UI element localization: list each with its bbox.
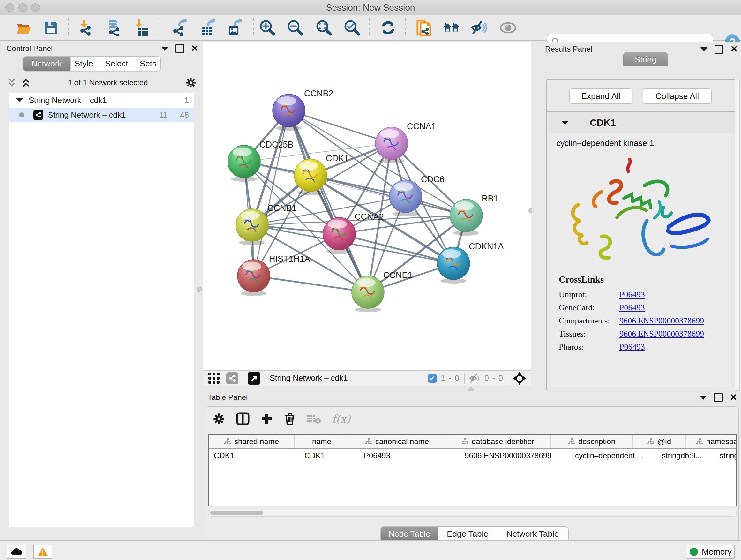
vertical-splitter-handle[interactable] xyxy=(197,287,202,292)
collection-expand-icon[interactable] xyxy=(16,98,23,103)
table-toolbar: f(x) xyxy=(212,411,350,427)
table-cell[interactable]: stringdb:9... xyxy=(657,449,715,462)
node-label: CDC6 xyxy=(421,175,445,184)
panel-menu-icon[interactable] xyxy=(700,395,707,400)
export-image-button[interactable] xyxy=(226,19,242,36)
table-cell[interactable]: CDK1 xyxy=(299,449,359,462)
panel-menu-icon[interactable] xyxy=(161,47,168,51)
hide-views-button[interactable] xyxy=(471,19,488,36)
table-tabs: Node Table Edge Table Network Table xyxy=(381,526,569,542)
network-edge[interactable] xyxy=(254,111,289,276)
table-cell[interactable]: 9606.ENSP00000378699 xyxy=(460,449,570,462)
gear-icon[interactable] xyxy=(185,77,197,88)
network-node[interactable]: CCNB2 xyxy=(273,89,333,131)
column-header-canonical-name[interactable]: canonical name xyxy=(349,435,445,448)
zoom-selected-button[interactable] xyxy=(344,19,360,36)
refresh-button[interactable] xyxy=(380,19,396,36)
memory-button[interactable]: Memory xyxy=(687,545,735,559)
add-column-icon[interactable] xyxy=(260,413,273,425)
tab-string[interactable]: String xyxy=(623,52,668,66)
network-node[interactable]: CDC25B xyxy=(228,140,293,182)
table-cell[interactable]: cyclin–dependent ... xyxy=(570,449,657,462)
tab-style[interactable]: Style xyxy=(70,57,97,71)
panel-close-icon[interactable]: ✕ xyxy=(191,45,199,52)
results-scrollbar[interactable] xyxy=(735,79,740,391)
export-table-button[interactable] xyxy=(199,19,216,36)
table-cell[interactable]: CDK1 xyxy=(209,449,299,462)
network-node[interactable]: CDC6 xyxy=(389,175,445,216)
selected-checkbox-icon[interactable]: ✓ xyxy=(428,374,437,383)
tab-node-table[interactable]: Node Table xyxy=(381,527,438,541)
crosslink-row: Pharos:P06493 xyxy=(559,342,704,352)
crosslink-link[interactable]: P06493 xyxy=(619,290,645,300)
string-document-icon xyxy=(416,19,433,37)
column-header-database-identifier[interactable]: database identifier xyxy=(445,435,551,448)
table-cell[interactable]: stringdb xyxy=(715,449,737,462)
zoom-in-button[interactable] xyxy=(259,19,276,36)
network-view-canvas[interactable]: CCNB2CCNA1CDC25BCDK1CDC6RB1CCNB1CCNA2CDK… xyxy=(203,42,531,370)
expand-all-button[interactable]: Expand All xyxy=(569,88,632,104)
scrollbar-thumb[interactable] xyxy=(210,510,263,515)
collapse-all-button[interactable]: Collapse All xyxy=(643,88,712,104)
panel-float-icon[interactable] xyxy=(714,393,723,402)
network-edge[interactable] xyxy=(254,276,368,292)
panel-close-icon[interactable]: ✕ xyxy=(731,46,738,53)
network-node[interactable]: HIST1H1A xyxy=(238,254,310,296)
tab-network[interactable]: Network xyxy=(23,57,70,71)
tab-sets[interactable]: Sets xyxy=(136,57,160,71)
column-header-shared-name[interactable]: shared name xyxy=(209,435,294,448)
table-horizontal-scrollbar[interactable] xyxy=(208,509,737,516)
tab-network-table[interactable]: Network Table xyxy=(496,527,568,541)
tab-select[interactable]: Select xyxy=(97,57,136,71)
import-network-from-database-button[interactable] xyxy=(106,19,122,36)
column-header-namespace[interactable]: namespace xyxy=(686,435,737,448)
grid-view-icon[interactable] xyxy=(208,372,220,385)
network-overview-icon[interactable] xyxy=(226,372,239,384)
delete-table-icon[interactable] xyxy=(307,413,321,425)
network-row-selected[interactable]: String Network – cdk1 11 48 xyxy=(9,108,194,122)
crosslink-link[interactable]: 9606.ENSP00000378699 xyxy=(619,329,704,339)
crosslink-link[interactable]: P06493 xyxy=(619,303,645,313)
delete-column-icon[interactable] xyxy=(284,412,295,426)
panel-close-icon[interactable]: ✕ xyxy=(730,394,737,401)
show-view-button[interactable] xyxy=(500,19,516,36)
cloud-button[interactable] xyxy=(7,545,26,559)
warnings-button[interactable] xyxy=(33,545,52,559)
network-node[interactable]: RB1 xyxy=(450,194,498,236)
birdseye-crosshair-icon[interactable] xyxy=(513,372,526,385)
export-network-button[interactable] xyxy=(172,19,188,36)
gene-expand-icon[interactable] xyxy=(562,121,569,125)
import-string-network-button[interactable] xyxy=(416,19,433,36)
panel-float-icon[interactable] xyxy=(175,44,184,53)
zoom-fit-button[interactable] xyxy=(316,19,332,36)
column-header-description[interactable]: description xyxy=(551,435,633,448)
tab-edge-table[interactable]: Edge Table xyxy=(438,527,496,541)
warning-icon xyxy=(37,547,48,557)
column-header--id[interactable]: @id xyxy=(633,435,686,448)
table-row[interactable]: CDK1CDK1P064939606.ENSP00000378699cyclin… xyxy=(209,449,736,462)
network-node[interactable]: CCNB1 xyxy=(236,203,297,245)
panel-float-icon[interactable] xyxy=(715,45,724,54)
zoom-out-button[interactable] xyxy=(287,19,304,36)
network-collection-row[interactable]: String Network – cdk1 1 xyxy=(9,93,194,108)
column-header-name[interactable]: name xyxy=(294,435,349,448)
table-settings-gear-icon[interactable] xyxy=(212,413,225,425)
open-session-button[interactable] xyxy=(16,19,32,36)
show-columns-icon[interactable] xyxy=(236,413,250,425)
crosslink-link[interactable]: 9606.ENSP00000378699 xyxy=(619,316,704,326)
save-session-button[interactable] xyxy=(43,19,59,36)
detach-view-icon[interactable] xyxy=(248,372,260,385)
table-cell[interactable]: P06493 xyxy=(359,449,460,462)
crosslink-link[interactable]: P06493 xyxy=(619,342,645,352)
collapse-all-icon[interactable] xyxy=(7,78,17,87)
export-network-icon xyxy=(172,19,188,36)
network-node[interactable]: CDKN1A xyxy=(437,242,504,284)
show-all-views-button[interactable] xyxy=(443,19,460,36)
expand-all-icon[interactable] xyxy=(21,78,30,87)
network-edge[interactable] xyxy=(289,111,368,292)
gene-section-header[interactable]: CDK1 xyxy=(548,112,738,133)
function-builder-icon[interactable]: f(x) xyxy=(332,413,350,425)
import-network-button[interactable] xyxy=(78,19,94,36)
panel-menu-icon[interactable] xyxy=(700,47,708,51)
import-table-button[interactable] xyxy=(133,19,150,36)
